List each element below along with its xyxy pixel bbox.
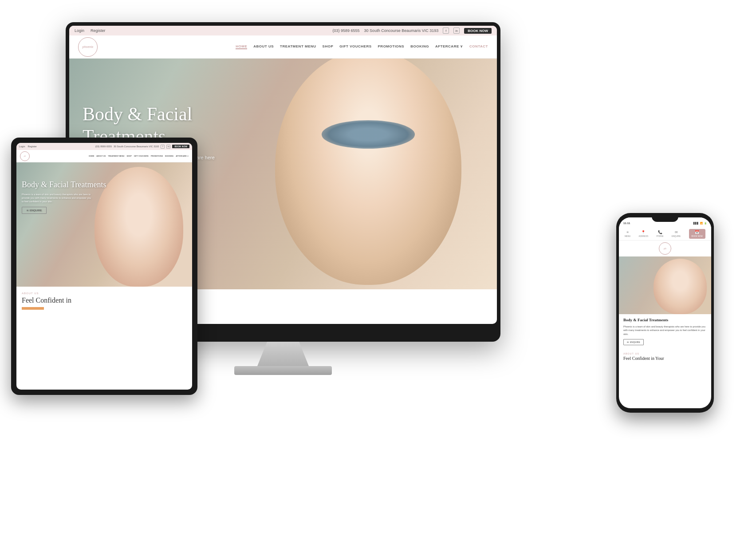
tablet-enquire-button[interactable]: ✉ ENQUIRE [22, 207, 47, 214]
tablet-topbar: Login Register (03) 9589 6555 30 South C… [16, 143, 192, 150]
mobile-content-area: Body & Facial Treatments Phoenix is a te… [619, 314, 711, 349]
mobile-about-section: ABOUT US Feel Confident in Your [619, 349, 711, 364]
nav-aftercare[interactable]: AFTERCARE ∨ [435, 44, 463, 49]
mobile-about-label: ABOUT US [623, 352, 707, 355]
tablet-hero-title: Body & Facial Treatments [22, 180, 106, 190]
website-navbar: phoenix HOME ABOUT US TREATMENT MENU SHO… [69, 35, 497, 59]
tablet-nav-aftercare[interactable]: AFTERCARE ∨ [176, 155, 189, 157]
mobile-nav-book[interactable]: 📅 BOOK NOW [689, 229, 705, 239]
mobile-notch [652, 213, 678, 222]
book-now-button-top[interactable]: BOOK NOW [464, 28, 492, 34]
hero-face-shape [275, 59, 461, 285]
tablet-hero-face [94, 167, 183, 287]
tablet-nav-shop[interactable]: SHOP [127, 155, 132, 157]
nav-gift[interactable]: GIFT VOUCHERS [339, 44, 371, 49]
login-link[interactable]: Login [75, 28, 84, 33]
tablet-about-title: Feel Confident in [22, 296, 187, 304]
tablet-login[interactable]: Login [19, 145, 25, 148]
tablet-address: 30 South Concourse Beaumaris VIC 3193 [114, 145, 159, 148]
nav-home[interactable]: HOME [236, 44, 247, 49]
tablet-about-section: ABOUT US Feel Confident in [16, 287, 192, 315]
tablet-nav-treatment[interactable]: TREATMENT MENU [108, 155, 124, 157]
tablet-phone: (03) 9589 6555 [95, 145, 112, 148]
mobile-frame: 11:11 ▋▋▋ 📶 🔋 ≡ MENU 📍 ADDRESS [616, 213, 714, 413]
tablet-logo[interactable]: ph [20, 151, 30, 161]
mobile-logo[interactable]: ph [659, 242, 671, 255]
website-topbar: Login Register (03) 9589 6555 30 South C… [69, 26, 497, 35]
tablet-hero-sub: Phoenix is a team of skin and beauty the… [22, 193, 93, 204]
facebook-icon[interactable]: f [443, 28, 449, 34]
mobile-time: 11:11 [623, 222, 630, 225]
mobile-enquire-button[interactable]: ✉ ENQUIRE [623, 339, 644, 345]
nav-links: HOME ABOUT US TREATMENT MENU SHOP GIFT V… [236, 44, 488, 49]
topbar-left: Login Register [75, 28, 106, 33]
tablet-nav-booking[interactable]: BOOKING [165, 155, 173, 157]
register-link[interactable]: Register [91, 28, 106, 33]
tablet-facebook-icon[interactable]: f [161, 145, 165, 149]
mobile-enquire-icon-btn: ✉ [627, 341, 629, 343]
nav-contact[interactable]: CONTACT [469, 44, 488, 49]
tablet-instagram-icon[interactable]: in [166, 145, 170, 149]
tablet-hero-content: Body & Facial Treatments Phoenix is a te… [22, 180, 106, 214]
logo[interactable]: phoenix [78, 37, 98, 57]
tablet-about-label: ABOUT US [22, 292, 187, 295]
mobile-phone-icon: 📞 [658, 230, 662, 235]
tablet-hero: Body & Facial Treatments Phoenix is a te… [16, 162, 192, 287]
mobile-about-title: Feel Confident in Your [623, 356, 707, 361]
nav-promos[interactable]: PROMOTIONS [378, 44, 405, 49]
mobile-bottom-nav: ≡ MENU 📍 ADDRESS 📞 PHONE ✉ ENQUIRE [619, 227, 711, 241]
mobile-device: 11:11 ▋▋▋ 📶 🔋 ≡ MENU 📍 ADDRESS [616, 213, 714, 413]
tablet-frame: Login Register (03) 9589 6555 30 South C… [11, 138, 197, 395]
mobile-screen: 11:11 ▋▋▋ 📶 🔋 ≡ MENU 📍 ADDRESS [619, 217, 711, 408]
tablet-device: Login Register (03) 9589 6555 30 South C… [11, 138, 197, 395]
tablet-book-now[interactable]: BOOK NOW [172, 145, 189, 148]
tablet-navbar: ph HOME ABOUT US TREATMENT MENU SHOP GIF… [16, 150, 192, 162]
address-text: 30 South Concourse Beaumaris VIC 3193 [364, 28, 439, 33]
mobile-status-right: ▋▋▋ 📶 🔋 [693, 222, 707, 225]
mobile-menu-icon: ≡ [626, 230, 630, 235]
mobile-battery-icon: 🔋 [704, 222, 707, 225]
mobile-logo-bar: ph [619, 241, 711, 256]
nav-about[interactable]: ABOUT US [253, 44, 274, 49]
tablet-nav-links: HOME ABOUT US TREATMENT MENU SHOP GIFT V… [89, 155, 189, 157]
mobile-face [654, 259, 707, 314]
nav-booking[interactable]: BOOKING [410, 44, 429, 49]
instagram-icon[interactable]: in [453, 28, 460, 34]
tablet-screen: Login Register (03) 9589 6555 30 South C… [16, 143, 192, 390]
mobile-signal-icon: ▋▋▋ [693, 222, 699, 225]
mobile-hero [619, 256, 711, 314]
mobile-nav-menu[interactable]: ≡ MENU [625, 230, 630, 237]
tablet-nav-about[interactable]: ABOUT US [96, 155, 106, 157]
tablet-nav-promos[interactable]: PROMOTIONS [151, 155, 163, 157]
monitor-base [234, 366, 332, 375]
nav-treatment[interactable]: TREATMENT MENU [280, 44, 316, 49]
mobile-enquire-icon: ✉ [674, 230, 678, 235]
tablet-nav-gift[interactable]: GIFT VOUCHERS [134, 155, 149, 157]
mobile-hero-title: Body & Facial Treatments [623, 318, 707, 323]
tablet-topbar-left: Login Register [19, 145, 37, 148]
nav-shop[interactable]: SHOP [323, 44, 334, 49]
tablet-about-accent [22, 307, 44, 310]
mobile-hero-body: Phoenix is a team of skin and beauty the… [623, 325, 707, 336]
mobile-book-icon: 📅 [695, 230, 699, 235]
mobile-nav-enquire[interactable]: ✉ ENQUIRE [672, 230, 681, 237]
phone-text: (03) 9589 6555 [333, 28, 360, 33]
mobile-address-icon: 📍 [641, 230, 646, 235]
topbar-right: (03) 9589 6555 30 South Concourse Beauma… [333, 28, 492, 34]
scene: Login Register (03) 9589 6555 30 South C… [0, 0, 756, 556]
tablet-nav-home[interactable]: HOME [89, 155, 94, 157]
mobile-nav-address[interactable]: 📍 ADDRESS [639, 230, 649, 237]
mobile-wifi-icon: 📶 [700, 222, 703, 225]
mobile-nav-phone[interactable]: 📞 PHONE [657, 230, 664, 237]
tablet-register[interactable]: Register [28, 145, 36, 148]
logo-text: phoenix [83, 45, 94, 48]
monitor-stand [256, 342, 310, 368]
tablet-topbar-right: (03) 9589 6555 30 South Concourse Beauma… [95, 145, 189, 149]
